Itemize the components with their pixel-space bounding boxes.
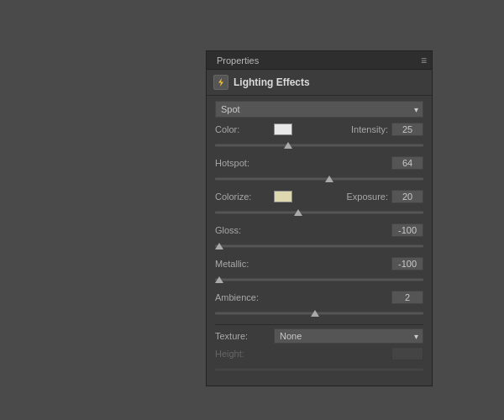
ambience-label: Ambience: <box>215 292 274 302</box>
tab-properties[interactable]: Properties <box>212 54 264 67</box>
texture-row: Texture: None Red Green Blue Alpha <box>215 328 423 344</box>
light-type-dropdown-row: Spot Point Infinite <box>215 101 423 118</box>
hotspot-slider-track <box>215 178 423 181</box>
height-slider <box>215 364 423 375</box>
metallic-row: Metallic: <box>215 257 423 270</box>
texture-dropdown[interactable]: None Red Green Blue Alpha <box>274 328 423 344</box>
hotspot-slider[interactable] <box>215 173 423 185</box>
exposure-slider-thumb[interactable] <box>294 209 302 216</box>
svg-marker-0 <box>218 78 223 87</box>
hotspot-label: Hotspot: <box>215 158 274 168</box>
metallic-slider-track <box>215 279 423 281</box>
colorize-label: Colorize: <box>215 192 274 202</box>
panel-title: Lighting Effects <box>234 76 310 88</box>
texture-dropdown-wrap: None Red Green Blue Alpha <box>274 328 423 344</box>
gloss-label: Gloss: <box>215 225 274 235</box>
lighting-icon <box>213 75 228 90</box>
color-swatch[interactable] <box>274 123 292 135</box>
gloss-value[interactable] <box>391 223 423 237</box>
gloss-row: Gloss: <box>215 223 423 237</box>
gloss-slider-thumb[interactable] <box>215 243 223 249</box>
panel-options-icon[interactable]: ≡ <box>421 55 427 66</box>
intensity-label: Intensity: <box>351 124 388 134</box>
color-intensity-row: Color: Intensity: <box>215 123 423 136</box>
hotspot-slider-thumb[interactable] <box>325 176 333 182</box>
intensity-value[interactable] <box>391 123 423 136</box>
exposure-label: Exposure: <box>346 192 388 202</box>
metallic-slider-thumb[interactable] <box>215 276 223 283</box>
height-value <box>391 347 423 360</box>
exposure-slider[interactable] <box>215 207 423 218</box>
ambience-value[interactable] <box>391 291 423 304</box>
panel-body: Spot Point Infinite Color: Intensity: Ho… <box>207 96 432 386</box>
metallic-label: Metallic: <box>215 259 274 269</box>
intensity-slider[interactable] <box>215 139 423 151</box>
ambience-slider[interactable] <box>215 307 423 319</box>
color-label: Color: <box>215 124 274 134</box>
texture-label: Texture: <box>215 331 274 341</box>
light-type-dropdown[interactable]: Spot Point Infinite <box>215 101 423 118</box>
height-slider-track <box>215 369 423 371</box>
panel-header: Lighting Effects <box>207 70 432 96</box>
divider <box>215 324 423 325</box>
gloss-slider-track <box>215 245 423 248</box>
light-type-dropdown-wrap: Spot Point Infinite <box>215 101 423 118</box>
tab-bar: Properties ≡ <box>207 51 432 70</box>
height-row: Height: <box>215 347 423 360</box>
gloss-slider[interactable] <box>215 240 423 252</box>
exposure-value[interactable] <box>391 190 423 203</box>
hotspot-row: Hotspot: <box>215 156 423 170</box>
metallic-value[interactable] <box>391 257 423 270</box>
ambience-slider-thumb[interactable] <box>311 310 319 317</box>
intensity-slider-track <box>215 144 423 147</box>
hotspot-value[interactable] <box>391 156 423 170</box>
height-label: Height: <box>215 349 274 359</box>
properties-panel: Properties ≡ Lighting Effects Spot Point… <box>206 50 433 386</box>
colorize-swatch[interactable] <box>274 191 292 202</box>
exposure-slider-track <box>215 212 423 214</box>
intensity-slider-thumb[interactable] <box>284 142 292 149</box>
colorize-exposure-row: Colorize: Exposure: <box>215 190 423 203</box>
ambience-row: Ambience: <box>215 291 423 304</box>
metallic-slider[interactable] <box>215 274 423 286</box>
